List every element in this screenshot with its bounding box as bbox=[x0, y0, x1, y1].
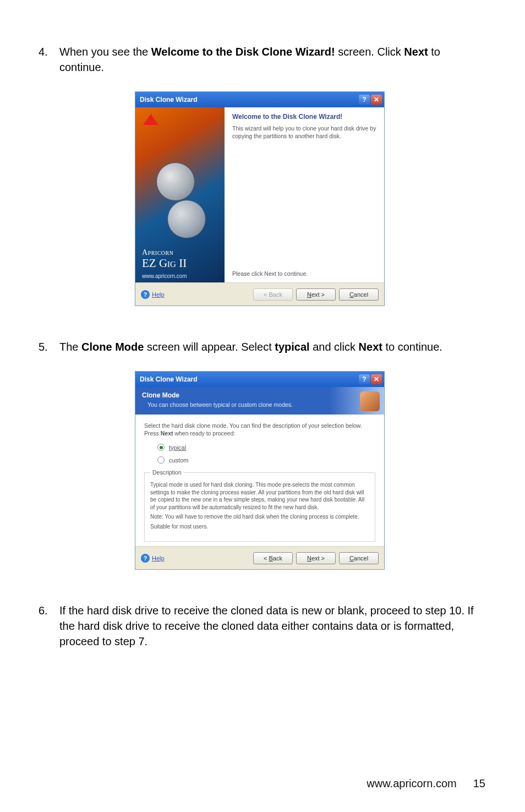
wizard2-header-sub: You can choose between typical or custom… bbox=[147, 401, 378, 408]
help-icon[interactable]: ? bbox=[359, 95, 370, 105]
wizard1-intro-text: This wizard will help you to clone your … bbox=[232, 125, 376, 140]
cancel-button[interactable]: Cancel bbox=[339, 552, 379, 564]
wizard2-button-bar: ? Help < Back Next > Cancel Next > Cance… bbox=[135, 546, 384, 569]
help-link[interactable]: ? Help bbox=[141, 290, 165, 299]
wizard2-body: Select the hard disk clone mode. You can… bbox=[135, 415, 384, 546]
wizard1-content: Welcome to the Disk Clone Wizard! This w… bbox=[225, 107, 384, 282]
radio-custom[interactable]: custom bbox=[157, 456, 375, 464]
help-link[interactable]: ? Help bbox=[141, 554, 165, 563]
wizard1-figure: Disk Clone Wizard ? ✕ Apricorn EZ Gig II… bbox=[33, 91, 486, 306]
radio-icon bbox=[157, 444, 165, 451]
wizard2-figure: Disk Clone Wizard ? ✕ Clone Mode You can… bbox=[33, 371, 486, 570]
next-button[interactable]: Next > bbox=[296, 288, 336, 301]
description-p2: Note: You will have to remove the old ha… bbox=[150, 513, 369, 521]
wizard1-please-text: Please click Next to continue. bbox=[232, 270, 376, 277]
help-question-icon: ? bbox=[141, 554, 150, 563]
wizard2-titlebar: Disk Clone Wizard ? ✕ bbox=[135, 372, 384, 387]
description-p1: Typical mode is used for hard disk cloni… bbox=[150, 481, 369, 511]
footer-url: www.apricorn.com bbox=[367, 777, 456, 790]
close-icon[interactable]: ✕ bbox=[371, 95, 382, 105]
brand-line2: EZ Gig II bbox=[142, 257, 187, 269]
description-box: Description Typical mode is used for har… bbox=[144, 469, 375, 542]
cancel-button[interactable]: Cancel bbox=[339, 288, 379, 301]
wizard1-sidebar-image: Apricorn EZ Gig II www.apricorn.com bbox=[135, 107, 225, 282]
wizard2-header: Clone Mode You can choose between typica… bbox=[135, 387, 384, 415]
wizard2-title: Disk Clone Wizard bbox=[140, 375, 198, 383]
step-number: 4. bbox=[33, 44, 59, 75]
page-footer: www.apricorn.com 15 bbox=[367, 777, 485, 790]
clone-icon bbox=[360, 391, 380, 411]
wizard1-title: Disk Clone Wizard bbox=[140, 96, 198, 103]
help-question-icon: ? bbox=[141, 290, 150, 299]
wizard2-header-title: Clone Mode bbox=[142, 391, 378, 399]
radio-typical[interactable]: typical bbox=[157, 444, 375, 451]
apricorn-logo-icon bbox=[143, 114, 158, 125]
description-p3: Suitable for most users. bbox=[150, 523, 369, 531]
next-button[interactable]: Next > bbox=[296, 552, 336, 564]
step-4: 4. When you see the Welcome to the Disk … bbox=[33, 44, 486, 75]
wizard1-heading: Welcome to the Disk Clone Wizard! bbox=[232, 113, 376, 121]
step-5: 5. The Clone Mode screen will appear. Se… bbox=[33, 339, 486, 355]
radio-icon bbox=[157, 456, 165, 464]
wizard2-lead-text: Select the hard disk clone mode. You can… bbox=[144, 422, 375, 437]
back-button[interactable]: < Back bbox=[253, 552, 293, 564]
disk-icon bbox=[156, 162, 195, 201]
step-text: If the hard disk drive to receive the cl… bbox=[59, 603, 486, 649]
brand-line1: Apricorn bbox=[142, 249, 187, 257]
wizard1-titlebar: Disk Clone Wizard ? ✕ bbox=[135, 92, 384, 107]
close-icon[interactable]: ✕ bbox=[371, 374, 382, 384]
step-number: 5. bbox=[33, 339, 59, 355]
footer-page-number: 15 bbox=[473, 777, 485, 790]
brand-url: www.apricorn.com bbox=[142, 273, 187, 279]
step-6: 6. If the hard disk drive to receive the… bbox=[33, 603, 486, 649]
wizard1-button-bar: ? Help < Back Next > Cancel bbox=[135, 282, 384, 306]
help-icon[interactable]: ? bbox=[359, 374, 370, 384]
back-button: < Back bbox=[253, 288, 293, 301]
step-text: When you see the Welcome to the Disk Clo… bbox=[59, 44, 486, 75]
description-legend: Description bbox=[150, 469, 184, 476]
step-number: 6. bbox=[33, 603, 59, 649]
wizard2-window: Disk Clone Wizard ? ✕ Clone Mode You can… bbox=[135, 371, 385, 570]
wizard1-window: Disk Clone Wizard ? ✕ Apricorn EZ Gig II… bbox=[135, 91, 385, 306]
step-text: The Clone Mode screen will appear. Selec… bbox=[59, 339, 486, 355]
disk-icon bbox=[167, 200, 206, 238]
